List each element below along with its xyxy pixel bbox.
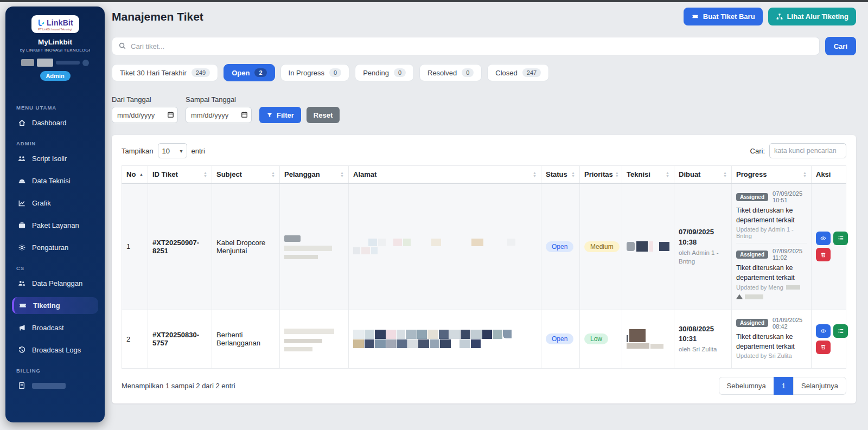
- length-label: Tampilkan: [122, 147, 154, 155]
- linkbit-logo-icon: [37, 19, 45, 27]
- from-date-label: Dari Tanggal: [112, 95, 178, 104]
- cell-alamat: [349, 183, 541, 310]
- cell-teknisi: [622, 310, 674, 368]
- col-header-alamat[interactable]: Alamat▲▼: [349, 166, 541, 184]
- sort-icon: ▲▼: [533, 171, 537, 178]
- tab-label: Open: [232, 69, 250, 77]
- progress-list-button[interactable]: [833, 232, 848, 245]
- redacted-address: [353, 330, 517, 348]
- sort-icon: ▲▼: [803, 171, 807, 178]
- col-header-prioritas[interactable]: Prioritas▲▼: [580, 166, 622, 184]
- delete-ticket-button[interactable]: [816, 248, 831, 261]
- pagination: Sebelumnya 1 Selanjutnya: [719, 377, 846, 395]
- sort-icon: ▲▼: [271, 171, 275, 178]
- sidebar-item-pengaturan[interactable]: Pengaturan: [12, 239, 98, 256]
- list-check-icon: [838, 235, 844, 241]
- sidebar-item-paket-layanan[interactable]: Paket Layanan: [12, 217, 98, 234]
- cell-aksi: [812, 183, 846, 310]
- search-button[interactable]: Cari: [825, 37, 856, 55]
- to-date-input[interactable]: [186, 107, 252, 123]
- created-datetime: 30/08/2025 10:31: [679, 324, 723, 345]
- tab-last-30-days[interactable]: Tiket 30 Hari Terakhir 249: [112, 64, 218, 81]
- table-row: 2 #XT20250830-5757 Berhenti Berlangganan: [122, 310, 846, 368]
- sidebar-item-broadcast[interactable]: Broadcast: [12, 319, 98, 336]
- priority-badge: Low: [584, 333, 608, 344]
- briefcase-icon: [17, 221, 26, 229]
- redacted-address: [353, 239, 516, 254]
- delete-ticket-button[interactable]: [816, 341, 831, 354]
- brand-logo-text: LinkBit: [47, 18, 73, 27]
- sidebar-item-data-teknisi[interactable]: Data Teknisi: [12, 172, 98, 189]
- view-flow-label: Lihat Alur Tiketing: [787, 12, 848, 21]
- col-header-teknisi[interactable]: Teknisi▲▼: [622, 166, 674, 184]
- redacted-customer: [284, 234, 344, 259]
- window-top-edge: [0, 0, 868, 2]
- progress-list-button[interactable]: [833, 324, 848, 338]
- col-header-subject[interactable]: Subject▲▼: [212, 166, 280, 184]
- pagination-prev[interactable]: Sebelumnya: [719, 377, 774, 395]
- priority-badge: Medium: [584, 241, 620, 252]
- create-ticket-label: Buat Tiket Baru: [703, 12, 755, 21]
- col-header-id-tiket[interactable]: ID Tiket▲▼: [148, 166, 212, 184]
- sort-icon: ▲▼: [203, 171, 207, 178]
- sidebar: LinkBit PT LinkBit Inovasi Teknologi MyL…: [5, 7, 105, 422]
- sidebar-item-tiketing[interactable]: Tiketing: [12, 297, 98, 314]
- pagination-page-1[interactable]: 1: [774, 377, 794, 395]
- filter-button[interactable]: Filter: [259, 107, 301, 123]
- tab-closed[interactable]: Closed 247: [487, 64, 549, 81]
- invoice-icon: [17, 382, 26, 389]
- sidebar-item-label: Script Isolir: [32, 155, 67, 163]
- sidebar-item-dashboard[interactable]: Dashboard: [12, 114, 98, 131]
- progress-time: 01/09/2025 08:42: [773, 317, 807, 330]
- tab-open[interactable]: Open 2: [224, 64, 275, 81]
- pagination-next[interactable]: Selanjutnya: [793, 377, 846, 395]
- sidebar-item-grafik[interactable]: Grafik: [12, 195, 98, 211]
- reset-button[interactable]: Reset: [307, 107, 340, 123]
- sort-icon: ▲▼: [666, 171, 669, 178]
- sidebar-item-label: Data Teknisi: [32, 177, 71, 185]
- history-icon: [17, 346, 26, 354]
- col-header-progress[interactable]: Progress▲▼: [732, 166, 812, 184]
- cell-dibuat: 30/08/2025 10:31 oleh Sri Zulita: [674, 310, 732, 368]
- assigned-badge: Assigned: [736, 193, 768, 201]
- col-header-no[interactable]: No▲: [122, 166, 148, 184]
- col-header-status[interactable]: Status▲▼: [541, 166, 580, 184]
- col-header-pelanggan[interactable]: Pelanggan▲▼: [280, 166, 349, 184]
- sidebar-item-broadcast-logs[interactable]: Broadcast Logs: [12, 342, 98, 358]
- tab-label: Resolved: [427, 69, 457, 77]
- assigned-badge: Assigned: [736, 251, 768, 259]
- sidebar-item-label: Paket Layanan: [32, 221, 79, 229]
- view-ticket-button[interactable]: [816, 324, 831, 338]
- tab-in-progress[interactable]: In Progress 0: [280, 64, 350, 81]
- from-date-input[interactable]: [112, 107, 178, 123]
- progress-entry: Assigned 07/09/2025 10:51 Tiket diterusk…: [736, 189, 807, 243]
- cell-aksi: [812, 310, 846, 368]
- sitemap-icon: [776, 13, 783, 20]
- sort-icon: ▲▼: [615, 171, 619, 178]
- sidebar-item-partial[interactable]: [12, 377, 98, 394]
- col-header-aksi: Aksi: [812, 166, 846, 184]
- tab-count-badge: 0: [329, 68, 341, 77]
- col-header-dibuat[interactable]: Dibuat▲▼: [674, 166, 732, 184]
- sidebar-item-label: Dashboard: [32, 119, 67, 127]
- create-ticket-button[interactable]: Buat Tiket Baru: [684, 8, 763, 25]
- table-row: 1 #XT20250907-8251 Kabel Dropcore Menjun…: [122, 183, 846, 310]
- table-search-input[interactable]: [769, 143, 846, 158]
- status-badge: Open: [546, 333, 573, 344]
- view-ticket-button[interactable]: [816, 232, 831, 245]
- progress-time: 07/09/2025 11:02: [773, 248, 807, 261]
- progress-time: 07/09/2025 10:51: [773, 190, 807, 203]
- tab-pending[interactable]: Pending 0: [355, 64, 414, 81]
- redacted-technician: [627, 329, 669, 349]
- sidebar-item-script-isolir[interactable]: Script Isolir: [12, 150, 98, 167]
- sidebar-item-label: Data Pelanggan: [32, 279, 82, 287]
- created-datetime: 07/09/2025 10:38: [679, 227, 723, 248]
- sort-icon: ▲▼: [723, 171, 727, 178]
- sidebar-item-data-pelanggan[interactable]: Data Pelanggan: [12, 275, 98, 292]
- cell-no: 1: [122, 183, 148, 310]
- tab-resolved[interactable]: Resolved 0: [419, 64, 482, 81]
- hard-hat-icon: [17, 177, 26, 185]
- view-flow-button[interactable]: Lihat Alur Tiketing: [768, 8, 856, 25]
- entries-select[interactable]: 10 ▾: [158, 143, 187, 158]
- ticket-search-input[interactable]: [112, 37, 820, 55]
